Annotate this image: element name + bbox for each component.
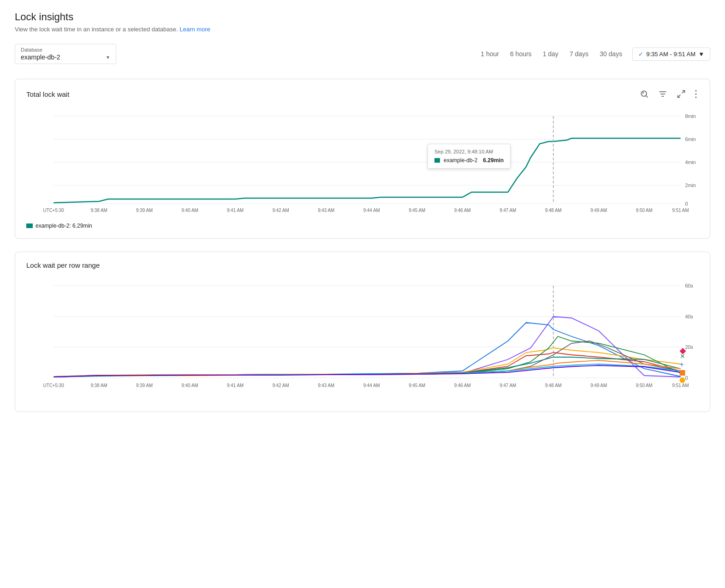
svg-text:9:46 AM: 9:46 AM — [454, 208, 471, 213]
svg-text:9:42 AM: 9:42 AM — [273, 383, 289, 388]
svg-text:9:39 AM: 9:39 AM — [136, 383, 153, 388]
time-option-30days[interactable]: 30 days — [599, 48, 623, 59]
svg-point-6 — [695, 90, 697, 92]
svg-text:9:51 AM: 9:51 AM — [672, 208, 689, 213]
svg-point-8 — [695, 97, 697, 98]
database-select[interactable]: Database example-db-2 ▼ — [15, 44, 116, 64]
svg-text:9:40 AM: 9:40 AM — [182, 208, 198, 213]
controls-row: Database example-db-2 ▼ 1 hour 6 hours 1… — [15, 44, 710, 64]
time-controls: 1 hour 6 hours 1 day 7 days 30 days ✓ 9:… — [480, 47, 710, 61]
svg-text:9:49 AM: 9:49 AM — [590, 208, 607, 213]
svg-line-4 — [682, 91, 685, 94]
svg-line-5 — [678, 95, 681, 98]
svg-text:9:50 AM: 9:50 AM — [636, 383, 653, 388]
learn-more-link[interactable]: Learn more — [179, 26, 210, 33]
chart1-filter-button[interactable] — [656, 88, 669, 100]
svg-text:9:41 AM: 9:41 AM — [227, 208, 244, 213]
svg-text:9:39 AM: 9:39 AM — [136, 208, 153, 213]
svg-rect-62 — [680, 370, 685, 376]
svg-text:9:46 AM: 9:46 AM — [454, 383, 471, 388]
svg-text:+: + — [680, 360, 684, 368]
page-subtitle: View the lock wait time in an instance o… — [15, 26, 710, 33]
svg-point-63 — [680, 377, 685, 383]
time-option-1hour[interactable]: 1 hour — [480, 48, 500, 59]
chart2-area: 60s 40s 20s 0 UTC+5:30 9:38 AM 9:39 AM 9… — [26, 276, 699, 402]
chart2-svg: 60s 40s 20s 0 UTC+5:30 9:38 AM 9:39 AM 9… — [26, 276, 699, 401]
svg-text:6min: 6min — [685, 136, 695, 142]
chart1-fullscreen-button[interactable] — [675, 88, 688, 100]
time-option-6hours[interactable]: 6 hours — [509, 48, 533, 59]
svg-text:9:50 AM: 9:50 AM — [636, 208, 653, 213]
time-option-7days[interactable]: 7 days — [569, 48, 589, 59]
svg-text:4min: 4min — [685, 159, 695, 165]
chart2-header: Lock wait per row range — [26, 261, 699, 269]
chart1-header: Total lock wait — [26, 88, 699, 100]
chart1-svg: 8min 6min 4min 2min 0 UTC+5:30 9:38 AM 9… — [26, 107, 699, 218]
selected-range-text: 9:35 AM - 9:51 AM — [646, 51, 695, 58]
svg-text:9:48 AM: 9:48 AM — [545, 208, 562, 213]
svg-text:2min: 2min — [685, 182, 695, 188]
svg-text:40s: 40s — [685, 314, 693, 319]
svg-text:9:47 AM: 9:47 AM — [499, 383, 516, 388]
page-title: Lock insights — [15, 11, 710, 23]
svg-text:20s: 20s — [685, 344, 693, 350]
svg-text:9:38 AM: 9:38 AM — [91, 383, 107, 388]
time-option-1day[interactable]: 1 day — [542, 48, 559, 59]
dropdown-arrow-icon: ▼ — [106, 55, 110, 60]
chart2-title: Lock wait per row range — [26, 261, 100, 269]
svg-text:0: 0 — [685, 375, 688, 381]
chart1-more-button[interactable] — [693, 88, 699, 100]
svg-text:9:38 AM: 9:38 AM — [91, 208, 107, 213]
database-label: Database — [21, 47, 110, 53]
legend-color-teal — [26, 223, 33, 228]
svg-text:9:45 AM: 9:45 AM — [409, 383, 425, 388]
chart1-area: 8min 6min 4min 2min 0 UTC+5:30 9:38 AM 9… — [26, 107, 699, 219]
chart1-legend: example-db-2: 6.29min — [26, 223, 699, 229]
time-range-selector[interactable]: ✓ 9:35 AM - 9:51 AM ▼ — [632, 47, 710, 61]
svg-text:9:47 AM: 9:47 AM — [499, 208, 516, 213]
svg-text:9:43 AM: 9:43 AM — [318, 208, 334, 213]
check-icon: ✓ — [638, 51, 643, 58]
svg-text:9:40 AM: 9:40 AM — [182, 383, 198, 388]
svg-text:9:44 AM: 9:44 AM — [363, 208, 380, 213]
svg-text:9:44 AM: 9:44 AM — [363, 383, 380, 388]
svg-text:8min: 8min — [685, 113, 695, 119]
svg-text:9:42 AM: 9:42 AM — [273, 208, 289, 213]
chart1-legend-label: example-db-2: 6.29min — [36, 223, 92, 229]
svg-point-0 — [641, 91, 647, 96]
svg-text:9:51 AM: 9:51 AM — [672, 383, 689, 388]
database-value-row[interactable]: example-db-2 ▼ — [21, 53, 110, 61]
svg-text:9:45 AM: 9:45 AM — [409, 208, 425, 213]
svg-text:✕: ✕ — [680, 353, 685, 360]
lock-wait-row-range-card: Lock wait per row range 60s 40s 20s 0 UT… — [15, 252, 710, 412]
svg-text:9:49 AM: 9:49 AM — [590, 383, 607, 388]
svg-text:UTC+5:30: UTC+5:30 — [43, 383, 65, 388]
svg-text:60s: 60s — [685, 283, 693, 288]
svg-text:0: 0 — [685, 201, 688, 206]
range-dropdown-icon: ▼ — [698, 51, 704, 58]
svg-text:9:41 AM: 9:41 AM — [227, 383, 244, 388]
chart1-search-button[interactable] — [638, 88, 651, 100]
total-lock-wait-card: Total lock wait — [15, 79, 710, 239]
chart1-title: Total lock wait — [26, 90, 69, 98]
database-value-text: example-db-2 — [21, 53, 60, 61]
svg-text:9:43 AM: 9:43 AM — [318, 383, 334, 388]
svg-text:UTC+5:30: UTC+5:30 — [43, 208, 65, 213]
svg-text:9:48 AM: 9:48 AM — [545, 383, 562, 388]
chart1-actions — [638, 88, 699, 100]
svg-point-7 — [695, 94, 697, 95]
